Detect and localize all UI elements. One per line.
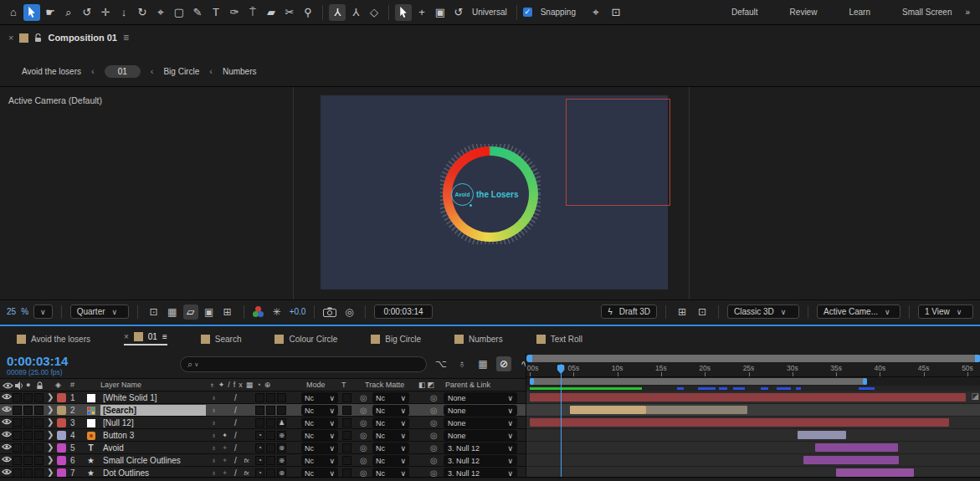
label-column-icon[interactable]: ◈	[55, 381, 61, 389]
collapse-switch[interactable]: ✦	[220, 431, 229, 440]
av-switch-box[interactable]	[13, 443, 22, 453]
matte-pickwhip-icon[interactable]: ◎	[360, 443, 367, 453]
show-channel-icon[interactable]	[253, 306, 264, 318]
tab-menu-icon[interactable]: ≡	[162, 332, 167, 341]
parent-link-dropdown[interactable]: None∨	[444, 392, 517, 403]
orbit-camera-tool[interactable]: ↺	[79, 4, 95, 21]
mask-visibility-icon[interactable]: ▣	[202, 304, 217, 320]
timeline-tab[interactable]: Text Roll	[536, 335, 582, 344]
fx-switch[interactable]: fx	[242, 456, 251, 465]
track-matte-column-header[interactable]: Track Matte	[365, 381, 404, 389]
quality-switch[interactable]: /	[231, 443, 240, 453]
preserve-transparency-box[interactable]	[342, 431, 351, 440]
expand-chevron-icon[interactable]: ❯	[47, 443, 54, 452]
frame-blend-switch[interactable]: ◔	[255, 456, 264, 465]
av-switch-box[interactable]	[13, 431, 22, 440]
unlock-icon[interactable]	[34, 33, 42, 43]
av-switch-box[interactable]	[34, 431, 44, 440]
motion-blur-master-icon[interactable]: ⊘	[496, 356, 511, 371]
zoom-tool[interactable]: ⌕	[60, 4, 77, 21]
3d-switch[interactable]	[277, 406, 286, 415]
ground-plane-icon[interactable]: ⊞	[675, 304, 690, 320]
timeline-tab[interactable]: Numbers	[454, 335, 503, 344]
layer-duration-bar[interactable]	[798, 431, 846, 439]
brush-tool[interactable]: ✑	[226, 4, 243, 21]
type-tool[interactable]: T	[208, 4, 224, 21]
layer-name[interactable]: Avoid	[100, 443, 206, 453]
shy-switch[interactable]: ♁	[209, 393, 218, 402]
frame-blending-master-icon[interactable]: ▦	[475, 356, 490, 371]
snapshot-camera-icon[interactable]	[323, 307, 336, 317]
preserve-transparency-box[interactable]	[342, 393, 351, 402]
motion-blur-switch[interactable]	[266, 443, 275, 453]
snap-bounds-icon[interactable]: ⊡	[608, 4, 624, 21]
shy-switch[interactable]: ♁	[209, 418, 218, 427]
av-switch-box[interactable]	[34, 393, 44, 402]
fx-switch[interactable]	[242, 406, 251, 415]
layer-row[interactable]: ❯5TAvoid♁✦/◔⊕Nc∨◎Nc∨◎3. Null 12∨	[0, 442, 526, 454]
layer-duration-bar[interactable]	[803, 456, 899, 464]
t-column-header[interactable]: T	[341, 381, 346, 389]
rotation-tool[interactable]: ↻	[134, 4, 151, 21]
breadcrumb-item[interactable]: Big Circle	[163, 67, 199, 76]
track-matte-dropdown[interactable]: Nc∨	[372, 405, 409, 416]
region-of-interest-icon[interactable]: ▱	[183, 304, 198, 320]
show-snapshot-icon[interactable]: ◎	[341, 304, 357, 320]
expand-chevron-icon[interactable]: ❯	[47, 430, 54, 439]
layer-duration-bar[interactable]	[570, 406, 646, 414]
preserve-transparency-box[interactable]	[342, 443, 351, 453]
snap-point-icon[interactable]: ⌖	[587, 4, 604, 21]
expand-chevron-icon[interactable]: ❯	[47, 417, 54, 427]
layer-name[interactable]: [Null 12]	[100, 417, 206, 428]
comp-marker-bin-icon[interactable]: ◪	[972, 391, 979, 401]
workspace-review[interactable]: Review	[790, 8, 818, 17]
current-timecode[interactable]: 0:00:03:14	[7, 354, 68, 368]
expand-chevron-icon[interactable]: ❯	[47, 468, 54, 477]
preserve-transparency-box[interactable]	[342, 456, 351, 465]
track-matte-dropdown[interactable]: Nc∨	[372, 455, 409, 466]
local-axis-button[interactable]: Y	[329, 4, 346, 21]
layer-name-column-header[interactable]: Layer Name	[100, 381, 141, 389]
extended-viewer-icon[interactable]: ⊡	[695, 304, 710, 320]
layer-name[interactable]: [Search]	[100, 405, 206, 416]
matte-pickwhip-icon[interactable]: ◎	[360, 406, 367, 415]
panel-menu-icon[interactable]: ≡	[123, 32, 129, 43]
3d-switch[interactable]: ⊕	[277, 431, 286, 440]
gizmo-rotate-button[interactable]: ↺	[450, 4, 467, 21]
motion-blur-switch[interactable]	[266, 418, 275, 427]
av-switch-box[interactable]	[13, 418, 22, 427]
layer-row[interactable]: ❯4Button 3♁✦/◔⊕Nc∨◎Nc∨◎None∨	[0, 429, 526, 442]
motion-blur-switch[interactable]	[266, 456, 275, 465]
pan-camera-tool[interactable]: ✛	[97, 4, 114, 21]
3d-switch[interactable]: ⊕	[277, 443, 286, 453]
clone-stamp-tool[interactable]: ⍑	[244, 4, 261, 21]
av-switch-box[interactable]	[34, 443, 44, 453]
parent-link-dropdown[interactable]: None∨	[444, 405, 517, 416]
av-switch-box[interactable]	[13, 406, 22, 415]
shy-switch[interactable]: ♁	[209, 443, 218, 453]
3d-switch[interactable]: ♟	[277, 418, 286, 427]
close-icon[interactable]: ×	[8, 33, 13, 43]
mini-flowchart-icon[interactable]: ⌥	[434, 356, 449, 371]
hand-tool[interactable]: ☛	[42, 4, 59, 21]
exposure-icon[interactable]: ✳	[269, 304, 285, 320]
pen-tool[interactable]: ✎	[189, 4, 206, 21]
shy-switch[interactable]: ♁	[209, 431, 218, 440]
video-column-icon[interactable]	[3, 382, 13, 389]
breadcrumb-item[interactable]: Numbers	[223, 67, 257, 76]
snapping-checkbox[interactable]: ✓	[523, 8, 532, 17]
parent-pickwhip-icon[interactable]: ◎	[430, 431, 438, 440]
av-switch-box[interactable]	[13, 456, 22, 465]
quality-switch[interactable]: /	[231, 393, 240, 402]
shy-switch[interactable]: ♁	[209, 406, 218, 415]
layer-duration-bar[interactable]	[836, 468, 914, 477]
timeline-tab[interactable]: Avoid the losers	[17, 335, 90, 344]
lock-column-icon[interactable]	[36, 381, 44, 390]
timeline-tab[interactable]: ×01≡	[124, 332, 167, 345]
parent-link-dropdown[interactable]: 3. Null 12∨	[444, 443, 517, 453]
av-switch-box[interactable]	[23, 431, 33, 440]
collapse-switch[interactable]	[220, 406, 229, 415]
motion-blur-switch[interactable]	[266, 431, 275, 440]
label-color-swatch[interactable]	[57, 443, 66, 453]
gizmo-scale-button[interactable]: ▣	[432, 4, 449, 21]
